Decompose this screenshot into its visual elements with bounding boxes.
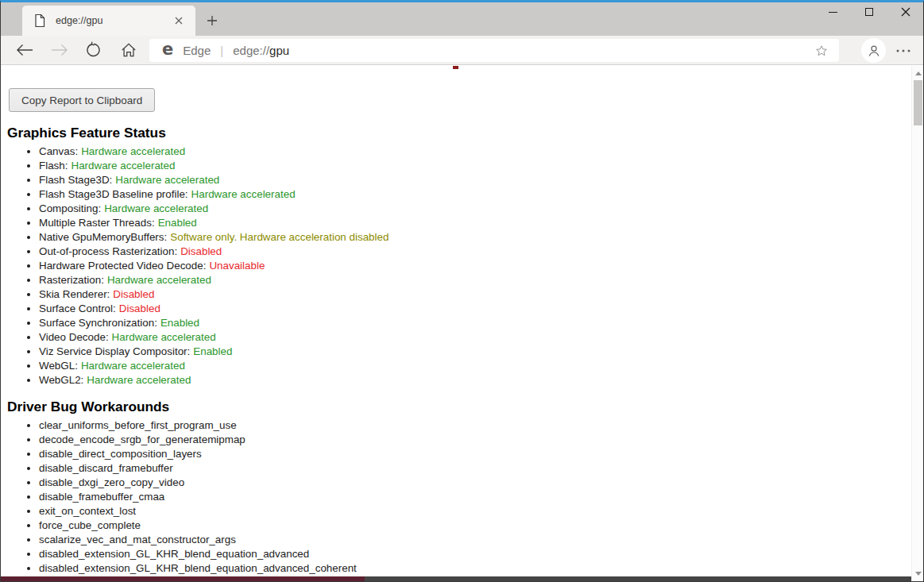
tab-edge-gpu[interactable]: edge://gpu <box>22 6 195 36</box>
feature-status-item: Hardware Protected Video Decode:Unavaila… <box>39 259 911 273</box>
triangle-up-icon <box>915 71 922 75</box>
forward-arrow-icon <box>51 44 68 56</box>
close-button[interactable] <box>887 0 924 24</box>
refresh-button[interactable] <box>80 37 107 63</box>
feature-status-item: Compositing:Hardware accelerated <box>39 202 911 216</box>
feature-status-list: Canvas:Hardware accelerated Flash:Hardwa… <box>1 145 911 387</box>
scrollbar-thumb[interactable] <box>914 80 922 125</box>
plus-icon <box>207 15 218 26</box>
feature-status-item: WebGL2:Hardware accelerated <box>39 373 911 387</box>
forward-button[interactable] <box>46 37 73 63</box>
window-controls <box>814 0 924 24</box>
address-engine-label: Edge <box>183 44 211 57</box>
feature-status-item: Native GpuMemoryBuffers:Software only. H… <box>39 230 911 245</box>
triangle-down-icon <box>915 572 922 576</box>
tab-close-icon[interactable] <box>170 12 188 29</box>
feature-status-item: Out-of-process Rasterization:Disabled <box>39 245 911 259</box>
new-tab-button[interactable] <box>201 10 223 31</box>
page-document-icon <box>33 13 46 28</box>
titlebar: edge://gpu <box>1 2 923 36</box>
close-icon <box>901 7 910 17</box>
workaround-item: clear_uniforms_before_first_program_use <box>39 418 911 433</box>
workaround-item: disable_dxgi_zero_copy_video <box>39 476 911 490</box>
profile-button[interactable] <box>861 38 886 63</box>
feature-status-item: Surface Control:Disabled <box>39 302 911 316</box>
settings-menu-button[interactable] <box>891 39 915 63</box>
feature-status-item: Multiple Raster Threads:Enabled <box>39 216 911 230</box>
clipped-next-section-band <box>1 576 911 581</box>
toolbar: e Edge | edge:// gpu <box>1 36 923 65</box>
feature-status-item: Surface Synchronization:Enabled <box>39 316 911 330</box>
driver-bug-workarounds-heading: Driver Bug Workarounds <box>7 399 911 414</box>
minimize-icon <box>829 12 837 13</box>
feature-status-item: Flash Stage3D:Hardware accelerated <box>39 173 911 187</box>
clipped-red-text-fragment <box>453 66 458 69</box>
page-content: Copy Report to Clipboard Graphics Featur… <box>1 66 911 581</box>
workaround-item: disabled_extension_GL_KHR_blend_equation… <box>39 561 911 576</box>
back-button[interactable] <box>11 37 38 63</box>
workaround-item: disable_direct_composition_layers <box>39 447 911 461</box>
profile-icon <box>866 43 882 59</box>
scrollbar-down-arrow[interactable] <box>912 568 924 580</box>
workaround-item: disabled_extension_GL_KHR_blend_equation… <box>39 547 911 561</box>
address-separator: | <box>220 44 223 57</box>
feature-status-item: Viz Service Display Compositor:Enabled <box>39 345 911 359</box>
graphics-feature-status-heading: Graphics Feature Status <box>7 125 911 141</box>
refresh-icon <box>85 41 102 59</box>
star-icon <box>814 44 829 58</box>
tab-title: edge://gpu <box>56 15 170 26</box>
url-scheme: edge:// <box>233 44 269 57</box>
feature-status-item: Flash Stage3D Baseline profile:Hardware … <box>39 187 911 202</box>
copy-report-button[interactable]: Copy Report to Clipboard <box>9 88 155 112</box>
workaround-item: exit_on_context_lost <box>39 504 911 518</box>
feature-status-item: Flash:Hardware accelerated <box>39 159 911 173</box>
workaround-item: decode_encode_srgb_for_generatemipmap <box>39 433 911 447</box>
maximize-icon <box>865 8 873 16</box>
more-dots-icon <box>896 48 910 53</box>
workaround-item: disable_discard_framebuffer <box>39 461 911 476</box>
feature-status-item: Rasterization:Hardware accelerated <box>39 273 911 287</box>
url-host: gpu <box>269 44 289 57</box>
address-bar[interactable]: e Edge | edge:// gpu <box>149 39 839 62</box>
home-icon <box>120 42 137 58</box>
feature-status-item: WebGL:Hardware accelerated <box>39 359 911 373</box>
workarounds-list: clear_uniforms_before_first_program_use … <box>1 418 911 576</box>
edge-logo-icon: e <box>162 41 173 58</box>
workaround-item: scalarize_vec_and_mat_constructor_args <box>39 533 911 547</box>
scrollbar-up-arrow[interactable] <box>912 67 924 79</box>
feature-status-item: Skia Renderer:Disabled <box>39 287 911 302</box>
home-button[interactable] <box>115 37 142 63</box>
favorites-button[interactable] <box>810 40 833 62</box>
feature-status-item: Canvas:Hardware accelerated <box>39 145 911 159</box>
back-arrow-icon <box>16 44 33 56</box>
feature-status-item: Video Decode:Hardware accelerated <box>39 330 911 345</box>
vertical-scrollbar[interactable] <box>911 66 923 581</box>
workaround-item: disable_framebuffer_cmaa <box>39 490 911 504</box>
minimize-button[interactable] <box>814 0 851 24</box>
workaround-item: force_cube_complete <box>39 518 911 533</box>
maximize-button[interactable] <box>851 0 887 24</box>
